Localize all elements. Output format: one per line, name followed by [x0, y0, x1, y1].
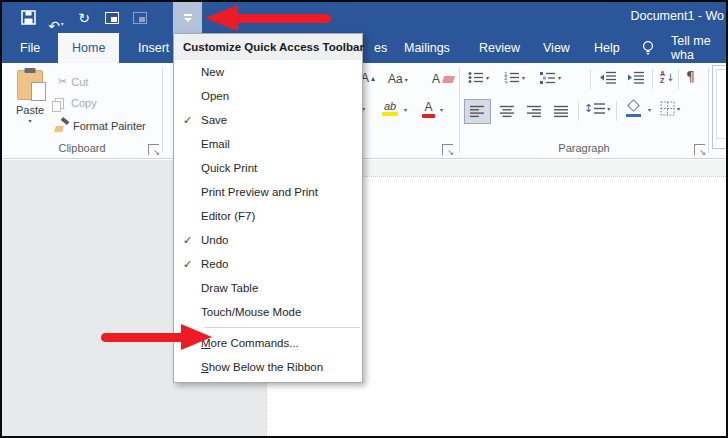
increase-indent-button[interactable] — [628, 71, 645, 84]
borders-button[interactable]: ▾ — [660, 101, 680, 116]
font-color-button[interactable]: A ▾ — [422, 100, 435, 118]
quick-access-toolbar: ↶ ▾ ↻ — [2, 2, 154, 33]
tab-help[interactable]: Help — [580, 33, 634, 63]
checkmark-icon: ✓ — [174, 234, 201, 247]
menu-item-show-below-the-ribbon[interactable]: Show Below the Ribbon — [174, 355, 362, 379]
menu-item-redo[interactable]: ✓Redo — [174, 252, 362, 276]
redo-button[interactable]: ↻ — [70, 2, 98, 33]
svg-text:3: 3 — [504, 80, 508, 85]
paste-dropdown-caret-icon[interactable]: ▾ — [28, 117, 31, 124]
bullet-list-icon — [468, 71, 484, 84]
justify-button[interactable] — [548, 99, 575, 124]
customize-quick-access-toolbar-button[interactable] — [173, 2, 202, 33]
sort-button[interactable]: AZ ↓ — [660, 71, 674, 84]
align-right-icon — [527, 105, 542, 118]
divider — [652, 69, 653, 89]
font-dialog-launcher-icon[interactable]: ↘ — [442, 144, 453, 155]
decrease-indent-button[interactable] — [600, 71, 617, 84]
line-spacing-button[interactable]: ↕ ▾ — [584, 102, 610, 115]
align-left-icon — [470, 105, 485, 118]
menu-item-open[interactable]: Open — [174, 84, 362, 108]
paragraph-group-label: Paragraph — [460, 142, 708, 154]
menu-item-label: Redo — [201, 258, 229, 270]
tab-mailings[interactable]: Mailings — [390, 33, 464, 63]
arrow-head-icon — [205, 5, 238, 31]
menu-item-quick-print[interactable]: Quick Print — [174, 156, 362, 180]
menu-item-new[interactable]: New — [174, 60, 362, 84]
menu-item-editor-f7[interactable]: Editor (F7) — [174, 204, 362, 228]
clear-formatting-button[interactable]: A — [432, 72, 454, 86]
chevron-down-icon[interactable]: ▾ — [522, 74, 525, 81]
arrow-tail — [237, 14, 331, 23]
tab-review[interactable]: Review — [465, 33, 534, 63]
tell-me-box[interactable]: Tell me wha — [657, 33, 726, 63]
justify-icon — [554, 105, 569, 118]
chevron-down-icon[interactable]: ▾ — [677, 105, 680, 112]
undo-button[interactable]: ↶ ▾ — [42, 2, 70, 33]
tab-home-active[interactable]: Home — [58, 33, 119, 63]
divider — [578, 101, 579, 121]
chevron-down-icon[interactable]: ▾ — [558, 74, 561, 81]
eraser-icon — [442, 76, 455, 83]
font-color-bar — [422, 114, 435, 118]
menu-item-label: Quick Print — [201, 162, 257, 174]
group-divider — [162, 67, 163, 153]
undo-icon: ↶ — [48, 19, 60, 33]
menu-item-draw-table[interactable]: Draw Table — [174, 276, 362, 300]
tab-file[interactable]: File — [6, 33, 54, 63]
clipboard-dialog-launcher-icon[interactable]: ↘ — [148, 144, 159, 155]
menu-item-label: Save — [201, 114, 227, 126]
align-center-button[interactable] — [494, 99, 521, 124]
menu-item-label: Print Preview and Print — [201, 186, 318, 198]
increase-indent-icon — [628, 71, 645, 84]
menu-separator — [204, 327, 360, 328]
menu-item-undo[interactable]: ✓Undo — [174, 228, 362, 252]
menu-item-touch-mouse-mode[interactable]: Touch/Mouse Mode — [174, 300, 362, 324]
chevron-down-icon[interactable]: ▾ — [607, 105, 610, 112]
chevron-down-icon[interactable]: ▾ — [440, 106, 443, 113]
multilevel-list-button[interactable]: ▾ — [540, 71, 561, 84]
text-highlight-color-button[interactable]: ab ▾ — [382, 100, 398, 116]
font-color-label: A — [424, 100, 432, 114]
highlight-color-bar — [382, 112, 398, 116]
ribbon-tab-bar: File Home Insert es Mailings Review View… — [2, 33, 726, 63]
ribbon: Paste ▾ ✂ Cut Copy Format Painter Clipbo… — [2, 63, 726, 159]
menu-item-email[interactable]: Email — [174, 132, 362, 156]
floppy-disk-icon — [21, 10, 36, 25]
chevron-down-icon[interactable]: ▾ — [404, 106, 407, 113]
clear-formatting-label: A — [432, 72, 440, 86]
chevron-down-icon[interactable]: ▾ — [648, 106, 651, 113]
menu-item-print-preview-and-print[interactable]: Print Preview and Print — [174, 180, 362, 204]
align-right-button[interactable] — [521, 99, 548, 124]
paragraph-dialog-launcher-icon[interactable]: ↘ — [694, 144, 705, 155]
menu-item-save[interactable]: ✓Save — [174, 108, 362, 132]
lightbulb-icon — [642, 40, 654, 60]
checkmark-icon: ✓ — [174, 114, 201, 127]
undo-dropdown-caret-icon[interactable]: ▾ — [61, 20, 64, 27]
align-left-button[interactable] — [464, 99, 491, 124]
tab-view[interactable]: View — [529, 33, 584, 63]
numbering-button[interactable]: 1 2 3 ▾ — [504, 71, 525, 84]
screen-mode-dim-button[interactable] — [126, 2, 154, 33]
bullets-button[interactable]: ▾ — [468, 71, 489, 84]
styles-gallery-preview[interactable] — [712, 65, 727, 149]
show-formatting-marks-button[interactable]: ¶ — [686, 68, 695, 84]
save-button[interactable] — [14, 2, 42, 33]
copy-label: Copy — [71, 97, 97, 109]
menu-item-label: More Commands... — [201, 337, 299, 349]
grow-font-button[interactable]: A▴ — [361, 71, 375, 85]
document-area — [2, 160, 726, 436]
arrow-head-icon — [181, 324, 212, 350]
shading-button[interactable]: ▾ — [624, 101, 651, 117]
copy-button[interactable]: Copy — [55, 97, 97, 109]
screen-mode-button[interactable] — [98, 2, 126, 33]
menu-item-label: Undo — [201, 234, 229, 246]
menu-item-label: Touch/Mouse Mode — [201, 306, 301, 318]
redo-icon: ↻ — [78, 11, 90, 25]
cut-button[interactable]: ✂ Cut — [58, 75, 88, 88]
paste-button[interactable]: Paste ▾ — [10, 68, 50, 138]
format-painter-button[interactable]: Format Painter — [55, 119, 146, 132]
change-case-button[interactable]: Aa ▾ — [388, 72, 408, 86]
chevron-down-icon[interactable]: ▾ — [486, 74, 489, 81]
title-bar: ↶ ▾ ↻ Document1 - Wo — [2, 2, 726, 33]
